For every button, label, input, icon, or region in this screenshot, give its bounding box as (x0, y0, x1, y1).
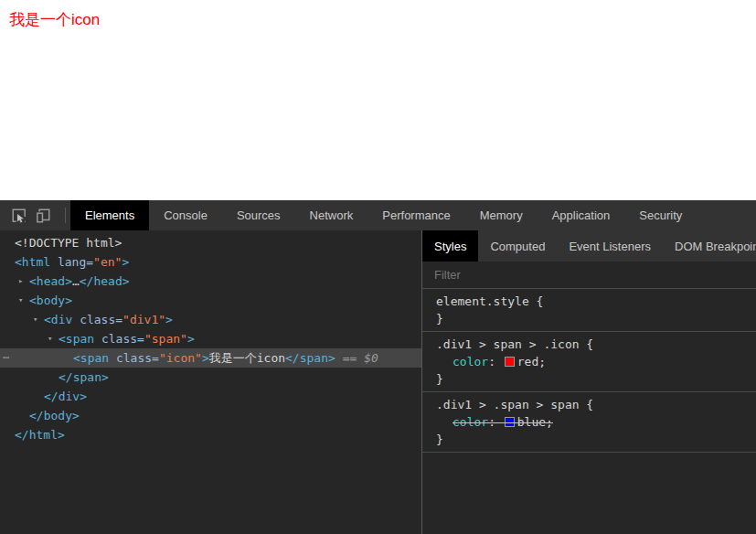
declaration-text: color: blue; (453, 413, 553, 431)
code-segment-attr-name: class (94, 332, 137, 346)
code-segment-tag: </head> (80, 274, 130, 288)
tree-row[interactable]: <html lang="en"> (0, 252, 421, 272)
code-segment-attr-value: "div1" (122, 313, 165, 326)
declaration-text: color: red; (453, 353, 546, 370)
tree-row[interactable]: </span> (0, 368, 421, 387)
css-property-value[interactable]: blue; (517, 415, 553, 429)
code-segment-tag: <div (44, 313, 72, 326)
code-segment-tag: > (165, 313, 173, 326)
tab-performance[interactable]: Performance (367, 200, 464, 230)
styles-filter-input[interactable] (422, 268, 756, 282)
tab-elements[interactable]: Elements (70, 200, 149, 230)
code-segment-attr-name: class (109, 351, 152, 365)
expand-arrow-icon[interactable]: ▸ (18, 272, 23, 291)
inline-style-dots-icon[interactable]: … (3, 346, 10, 365)
code-segment-punct: = (152, 351, 159, 365)
device-toolbar-icon[interactable] (31, 204, 55, 228)
code-segment-attr-value: "span" (144, 332, 187, 346)
styles-sidebar: StylesComputedEvent ListenersDOM Breakpo… (422, 230, 756, 534)
devtools-panel: ElementsConsoleSourcesNetworkPerformance… (0, 200, 756, 534)
tab-security[interactable]: Security (624, 200, 697, 230)
tree-row[interactable]: ▸<head>…</head> (0, 272, 421, 291)
page-viewport: 我是一个icon (0, 0, 756, 200)
tree-row[interactable]: …<span class="icon">我是一个icon</span> == $… (0, 348, 421, 368)
elements-tree: <!DOCTYPE html><html lang="en">▸<head>…<… (0, 230, 421, 534)
code-segment-tag: </body> (29, 409, 80, 422)
property-colon: : (488, 415, 503, 429)
tab-event-listeners[interactable]: Event Listeners (557, 230, 663, 262)
open-brace: { (580, 337, 594, 351)
code-segment-attr-name: class (72, 313, 115, 326)
tree-row[interactable]: ▾<div class="div1"> (0, 310, 421, 329)
code-segment-tag: </span> (285, 351, 335, 365)
code-segment-tag: </html> (15, 428, 65, 442)
color-swatch[interactable] (505, 357, 515, 367)
code-segment-attr-value: "icon" (159, 351, 202, 365)
collapse-arrow-icon[interactable]: ▾ (48, 329, 52, 348)
tree-row[interactable]: ▾<body> (0, 291, 421, 310)
code-segment-attr-name: lang (50, 255, 86, 269)
open-brace: { (529, 294, 544, 308)
code-segment-tag: > (122, 255, 129, 269)
code-segment-attr-value: "en" (93, 255, 122, 269)
css-declaration[interactable]: color: blue; (422, 413, 756, 431)
code-segment-tag: <html (15, 255, 50, 269)
css-property-name[interactable]: color (453, 415, 488, 429)
tab-computed[interactable]: Computed (478, 230, 557, 262)
tree-row[interactable]: </html> (0, 425, 421, 444)
code-segment-tag: <head> (29, 274, 72, 288)
tab-memory[interactable]: Memory (465, 200, 538, 230)
main-tab-bar: ElementsConsoleSourcesNetworkPerformance… (70, 200, 697, 230)
tab-application[interactable]: Application (538, 200, 625, 230)
rule-close-line: } (422, 370, 756, 388)
style-rules-list: element.style {}.div1 > span > .icon {co… (422, 289, 756, 453)
css-selector[interactable]: .div1 > .span > span (436, 398, 580, 411)
toolbar-separator (65, 208, 66, 223)
rule-open-line: .div1 > .span > span { (422, 396, 756, 413)
code-segment-ellipsis: … (72, 274, 80, 288)
code-segment-plain: <!DOCTYPE html> (15, 236, 122, 250)
tab-sources[interactable]: Sources (222, 200, 295, 230)
open-brace: { (580, 398, 594, 411)
collapse-arrow-icon[interactable]: ▾ (33, 310, 37, 329)
code-segment-punct: = (115, 313, 122, 326)
code-segment-tag: </div> (44, 390, 87, 403)
code-segment-punct: = (137, 332, 144, 346)
code-segment-tag: > (202, 351, 209, 365)
inspect-element-icon[interactable] (7, 204, 31, 228)
tree-row[interactable]: <!DOCTYPE html> (0, 233, 421, 252)
code-segment-text: 我是一个icon (209, 351, 285, 365)
tab-network[interactable]: Network (295, 200, 368, 230)
rule-close-line: } (422, 431, 756, 448)
css-property-name[interactable]: color (453, 355, 488, 368)
code-segment-tag: <span (59, 332, 94, 346)
css-selector[interactable]: element.style (436, 294, 529, 308)
css-selector[interactable]: .div1 > span > .icon (436, 337, 580, 351)
styles-filter-bar (422, 262, 756, 289)
tab-styles[interactable]: Styles (422, 230, 478, 262)
tree-row[interactable]: ▾<span class="span"> (0, 329, 421, 348)
code-segment-annotation: == $0 (335, 351, 378, 365)
tab-console[interactable]: Console (149, 200, 222, 230)
tree-row[interactable]: </div> (0, 387, 421, 406)
browser-window: 我是一个icon (0, 0, 756, 534)
css-declaration[interactable]: color: red; (422, 353, 756, 370)
style-rule: .div1 > span > .icon {color: red;} (422, 332, 756, 392)
css-property-value[interactable]: red; (517, 355, 546, 368)
collapse-arrow-icon[interactable]: ▾ (18, 291, 23, 310)
code-segment-tag: > (187, 332, 195, 346)
tree-row[interactable]: </body> (0, 406, 421, 425)
rule-open-line: .div1 > span > .icon { (422, 336, 756, 353)
tab-dom-breakpoints[interactable]: DOM Breakpoints (663, 230, 756, 262)
style-rule: .div1 > .span > span {color: blue;} (422, 392, 756, 453)
color-swatch[interactable] (505, 417, 515, 427)
sidebar-tab-bar: StylesComputedEvent ListenersDOM Breakpo… (422, 230, 756, 262)
style-rule: element.style {} (422, 289, 756, 332)
toolbar-icons (0, 200, 60, 230)
rule-open-line: element.style { (422, 293, 756, 310)
page-icon-text: 我是一个icon (9, 10, 100, 30)
property-colon: : (488, 355, 503, 368)
devtools-toolbar: ElementsConsoleSourcesNetworkPerformance… (0, 200, 756, 230)
rule-close-line: } (422, 310, 756, 327)
code-segment-tag: <body> (29, 294, 72, 307)
